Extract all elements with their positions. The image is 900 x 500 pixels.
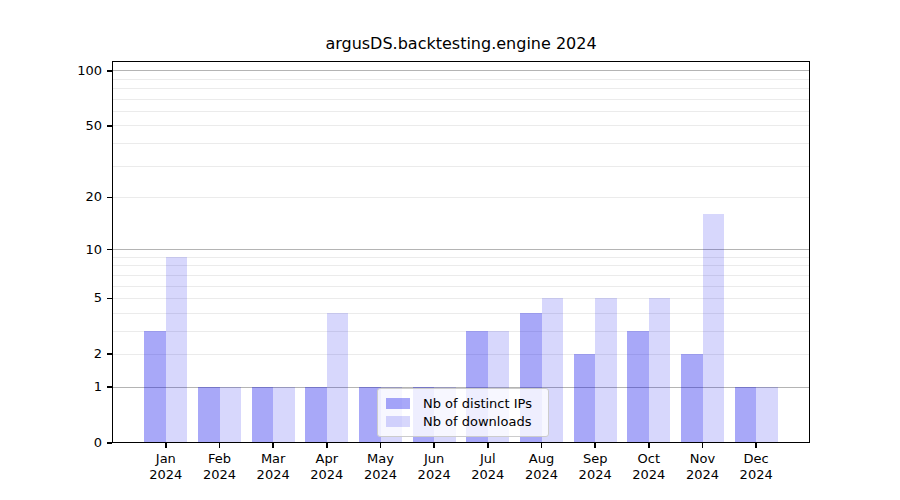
y-tick-label-50: 50 <box>38 118 102 134</box>
legend-patch-downloads <box>386 416 410 427</box>
gridline-minor-20 <box>112 197 810 198</box>
bar-nb-of-downloads-jan <box>166 257 188 443</box>
gridline-major-100 <box>112 70 810 71</box>
x-tick-nov <box>702 443 704 448</box>
y-tick-label-10: 10 <box>38 242 102 258</box>
y-tick-label-1: 1 <box>38 379 102 395</box>
x-tick-jun <box>433 443 435 448</box>
bar-nb-of-downloads-dec <box>756 387 778 443</box>
gridline-minor-70 <box>112 99 810 100</box>
x-tick-year: 2024 <box>721 467 791 483</box>
bar-nb-of-distinct-ips-mar <box>252 387 274 443</box>
y-tick-label-20: 20 <box>38 189 102 205</box>
gridline-minor-80 <box>112 88 810 89</box>
x-tick-dec <box>755 443 757 448</box>
plot-area <box>112 61 810 443</box>
legend-label-downloads: Nb of downloads <box>423 414 531 429</box>
x-tick-feb <box>219 443 221 448</box>
x-tick-oct <box>648 443 650 448</box>
x-tick-mar <box>272 443 274 448</box>
x-tick-apr <box>326 443 328 448</box>
gridline-minor-60 <box>112 111 810 112</box>
x-tick-sep <box>594 443 596 448</box>
bar-nb-of-downloads-nov <box>703 214 725 443</box>
bar-nb-of-distinct-ips-jan <box>144 331 166 443</box>
y-tick-label-2: 2 <box>38 346 102 362</box>
legend-patch-distinct-ips <box>386 398 410 409</box>
legend: Nb of distinct IPs Nb of downloads <box>377 388 549 437</box>
bar-nb-of-distinct-ips-feb <box>198 387 220 443</box>
gridline-minor-90 <box>112 79 810 80</box>
gridline-minor-50 <box>112 125 810 126</box>
bar-nb-of-downloads-feb <box>220 387 242 443</box>
x-tick-jan <box>165 443 167 448</box>
bar-nb-of-distinct-ips-nov <box>681 354 703 443</box>
bar-nb-of-downloads-oct <box>649 298 671 443</box>
y-tick-label-5: 5 <box>38 290 102 306</box>
bar-nb-of-downloads-mar <box>273 387 295 443</box>
bar-nb-of-downloads-sep <box>595 298 617 443</box>
bar-nb-of-distinct-ips-apr <box>305 387 327 443</box>
x-tick-label-dec: Dec2024 <box>721 451 791 483</box>
y-tick-0 <box>107 442 112 444</box>
legend-item-downloads: Nb of downloads <box>386 414 540 429</box>
gridline-minor-40 <box>112 143 810 144</box>
bar-nb-of-distinct-ips-oct <box>627 331 649 443</box>
legend-item-distinct-ips: Nb of distinct IPs <box>386 396 540 411</box>
x-tick-may <box>380 443 382 448</box>
figure: argusDS.backtesting.engine 2024 01251020… <box>0 0 900 500</box>
x-tick-jul <box>487 443 489 448</box>
y-tick-label-0: 0 <box>38 435 102 451</box>
gridline-minor-30 <box>112 166 810 167</box>
x-tick-month: Dec <box>721 451 791 467</box>
chart-title: argusDS.backtesting.engine 2024 <box>112 34 810 53</box>
x-tick-aug <box>541 443 543 448</box>
legend-label-distinct-ips: Nb of distinct IPs <box>423 396 532 411</box>
bar-nb-of-distinct-ips-sep <box>574 354 596 443</box>
bar-nb-of-distinct-ips-dec <box>735 387 757 443</box>
bar-nb-of-downloads-apr <box>327 313 349 443</box>
y-tick-label-100: 100 <box>38 63 102 79</box>
